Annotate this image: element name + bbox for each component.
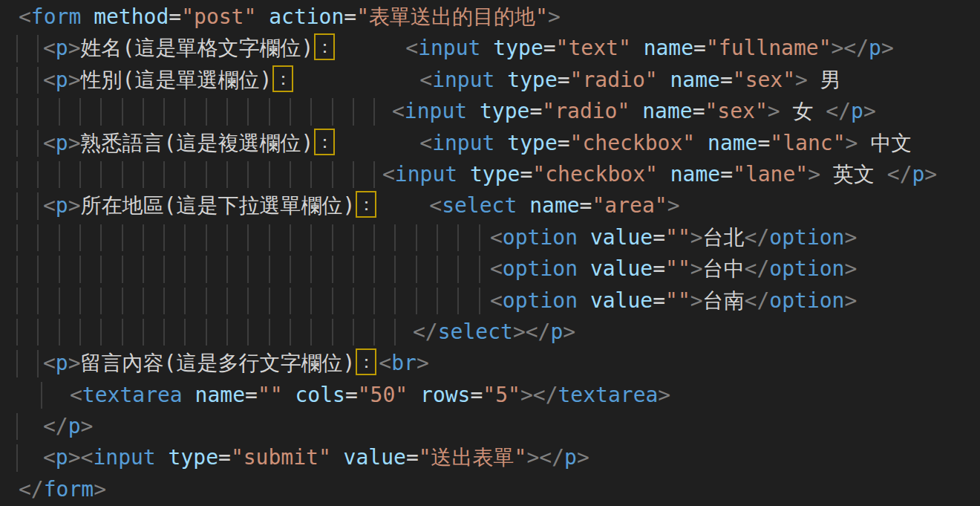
punctuation-token: > [924, 162, 937, 186]
string-token: "area" [592, 193, 667, 218]
attribute-name-token: name [670, 162, 720, 186]
tag-name-token: p [56, 131, 68, 155]
tag-name-token: p [564, 445, 577, 470]
punctuation-token: < [70, 383, 82, 407]
text-token [331, 445, 344, 470]
string-token: "fullname" [706, 36, 832, 60]
string-token: "sex" [733, 68, 795, 92]
tag-name-token: option [503, 288, 578, 313]
string-token: "lane" [733, 162, 808, 186]
code-line-8[interactable]: <option value="">台北</option> [0, 222, 980, 253]
code-line-11[interactable]: </select></p> [0, 317, 980, 348]
text-token [631, 36, 644, 60]
code-line-12[interactable]: <p>留言內容(這是多行文字欄位)：<br> [0, 348, 980, 379]
code-line-16[interactable]: </form> [0, 474, 980, 505]
string-token: "" [665, 256, 690, 281]
punctuation-token: </ [745, 225, 770, 250]
punctuation-token: < [43, 68, 56, 92]
equals-token: = [169, 4, 181, 29]
punctuation-token: > [68, 36, 81, 60]
text-token: 男 [808, 68, 841, 92]
code-line-4[interactable]: <input type="radio" name="sex"> 女 </p> [0, 96, 980, 127]
code-line-content: </select></p> [0, 317, 980, 348]
code-line-13[interactable]: <textarea name="" cols="50" rows="5"></t… [0, 380, 980, 411]
tag-name-token: p [68, 414, 81, 438]
equals-token: = [529, 99, 542, 123]
whitespace-gap [294, 85, 419, 87]
text-token: 女 [780, 99, 826, 123]
punctuation-token: </ [826, 99, 851, 123]
attribute-name-token: rows [420, 383, 470, 407]
text-token: 台北 [703, 225, 745, 250]
punctuation-token: < [43, 131, 56, 155]
tag-name-token: option [769, 225, 844, 250]
string-token: "表單送出的目的地" [356, 4, 548, 29]
equals-token: = [470, 383, 483, 407]
code-line-10[interactable]: <option value="">台南</option> [0, 285, 980, 317]
equals-token: = [580, 193, 592, 218]
punctuation-token: > [513, 320, 526, 344]
code-line-7[interactable]: <p>所在地區(這是下拉選單欄位)：<select name="area"> [0, 190, 980, 221]
equals-token: = [543, 36, 556, 60]
punctuation-token: > [808, 162, 820, 186]
punctuation-token: > [832, 36, 844, 60]
string-token: "radio" [570, 68, 658, 92]
punctuation-token: </ [887, 162, 912, 186]
equals-token: = [558, 68, 570, 92]
text-token [467, 99, 480, 123]
string-token: "post" [181, 4, 256, 29]
code-line-9[interactable]: <option value="">台中</option> [0, 253, 980, 285]
equals-token: = [344, 4, 356, 29]
code-editor-pane: <form method="post" action="表單送出的目的地"><p… [0, 0, 980, 506]
code-line-3[interactable]: <p>性別(這是單選欄位)：<input type="radio" name="… [0, 65, 980, 96]
punctuation-token: < [43, 445, 56, 470]
punctuation-token: > [577, 445, 589, 470]
text-token [517, 193, 529, 218]
punctuation-token: < [490, 288, 503, 313]
tag-name-token: input [432, 68, 494, 92]
tag-name-token: input [395, 162, 457, 186]
attribute-name-token: name [670, 68, 719, 92]
equals-token: = [245, 383, 258, 407]
punctuation-token: > [548, 4, 561, 29]
code-line-14[interactable]: </p> [0, 411, 980, 442]
tag-name-token: p [869, 36, 881, 60]
tag-name-token: br [391, 351, 416, 375]
punctuation-token: < [382, 162, 395, 186]
string-token: "checkbox" [570, 131, 696, 155]
punctuation-token: > [94, 477, 106, 502]
code-line-1[interactable]: <form method="post" action="表單送出的目的地"> [0, 1, 980, 33]
text-token [578, 225, 590, 250]
text-token: 所在地區(這是下拉選單欄位) [81, 193, 356, 218]
punctuation-token: < [490, 256, 503, 281]
attribute-name-token: value [590, 288, 653, 313]
code-line-content: <p>留言內容(這是多行文字欄位)：<br> [0, 348, 980, 379]
text-token [578, 256, 590, 281]
string-token: "" [258, 383, 283, 407]
tag-name-token: input [405, 99, 467, 123]
punctuation-token: </ [745, 288, 770, 313]
code-line-content: <input type="radio" name="sex"> 女 </p> [0, 96, 980, 127]
code-line-content: <option value="">台南</option> [0, 285, 980, 317]
tag-name-token: form [44, 477, 94, 502]
punctuation-token: > [416, 351, 429, 375]
text-token [630, 99, 642, 123]
attribute-name-token: type [507, 131, 557, 155]
code-line-15[interactable]: <p><input type="submit" value="送出表單"></p… [0, 442, 980, 473]
punctuation-token: > [795, 68, 808, 92]
attribute-name-token: type [507, 68, 557, 92]
code-line-content: <p>姓名(這是單格文字欄位)：<input type="text" name=… [0, 33, 980, 64]
tag-name-token: select [442, 193, 517, 218]
text-token [81, 4, 94, 29]
punctuation-token: > [520, 383, 533, 407]
code-line-2[interactable]: <p>姓名(這是單格文字欄位)：<input type="text" name=… [0, 33, 980, 64]
attribute-name-token: cols [295, 383, 344, 407]
tag-name-token: input [418, 36, 480, 60]
code-line-6[interactable]: <input type="checkbox" name="lane"> 英文 <… [0, 159, 980, 190]
text-token: 熟悉語言(這是複選欄位) [81, 131, 314, 155]
equals-token: = [720, 68, 733, 92]
punctuation-token: < [419, 131, 432, 155]
attribute-name-token: value [590, 225, 653, 250]
code-line-5[interactable]: <p>熟悉語言(這是複選欄位)：<input type="checkbox" n… [0, 128, 980, 159]
punctuation-token: < [429, 193, 442, 218]
